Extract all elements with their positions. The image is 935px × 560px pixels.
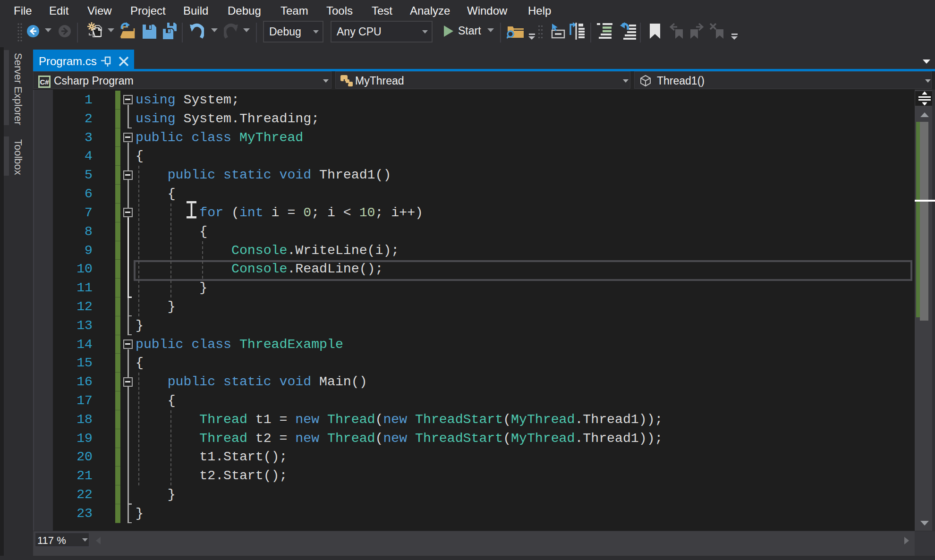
svg-text:C#: C#: [40, 78, 49, 86]
